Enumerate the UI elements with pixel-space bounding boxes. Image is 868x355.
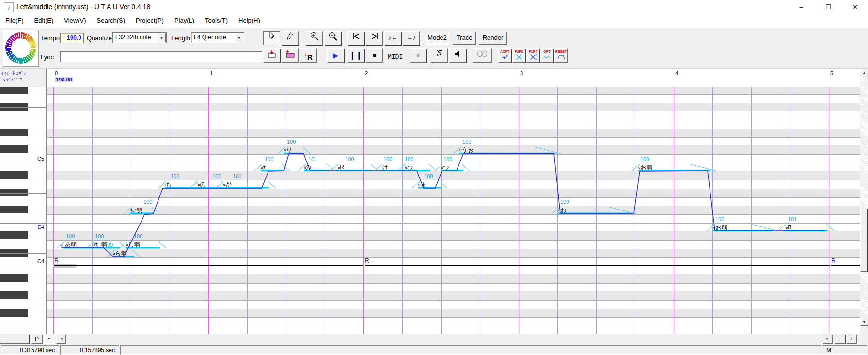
piano-roll-grid[interactable]: RRR-あ弱100aた弱100aら弱99aし弱100iい弱100iも100-eの… [47,87,860,334]
menu-bar: File(F)Edit(E)View(V)Search(S)Project(P)… [0,15,868,28]
length-select[interactable]: L4 Qter note ▼ [191,32,244,43]
note[interactable]: aた [261,163,269,171]
vertical-scrollbar-track[interactable] [860,77,868,318]
chevron-down-icon[interactable]: ▼ [235,33,243,42]
pitch-tool-opt-button[interactable]: OPT [540,48,553,63]
note[interactable]: aり [284,146,292,154]
add-note-button[interactable] [282,48,299,63]
tilde-toggle-button[interactable]: ~ [44,335,55,344]
close-button[interactable]: ✕ [844,0,867,15]
chevron-down-icon[interactable]: ▼ [158,33,166,42]
note-intensity-value: 100 [143,199,152,205]
scroll-up-button[interactable]: ▲ [860,69,868,77]
scroll-down-button[interactable]: ▼ [860,318,868,326]
note-lyric: R [340,164,344,171]
note-intensity-value: 100 [443,156,452,162]
note[interactable]: -あ弱 [63,241,77,248]
scroll-right-button[interactable]: ► [823,335,833,344]
note-lyric: た弱 [95,241,107,248]
note-lyric: の [200,181,205,188]
pencil-icon [286,32,294,40]
key-separator [0,223,47,224]
acpt-curve-icon [501,53,509,61]
render-button[interactable]: Render [479,32,507,45]
note[interactable]: -eR [336,163,344,171]
note-intensity-value: 100 [715,216,724,222]
tempo-marker[interactable]: 190.00 [55,77,73,82]
menu-item-tools[interactable]: Tools(T) [200,15,233,27]
note[interactable]: oお [558,206,567,214]
zoom-in-button[interactable] [306,31,323,45]
note[interactable]: -eつ [404,163,413,171]
note-lyric: た [263,164,268,171]
pause-button[interactable]: ❙❙ [347,48,364,63]
hzoom-out-button[interactable]: - [835,335,845,344]
status-length-sec: 0.315790 sec [1,345,59,355]
black-key-g#5[interactable] [0,87,28,94]
glasses-button[interactable] [473,48,492,63]
note[interactable]: iい弱 [130,206,142,214]
maximize-button[interactable]: ☐ [817,0,839,15]
voicebank-panel[interactable]: ｲｨﾒ ･ﾄ ｺﾎﾞｫ ヽﾔﾞｭﾞﾞ ｴ [0,69,47,87]
note[interactable]: aし弱 [126,241,140,248]
note[interactable]: iの [304,163,311,171]
note-lyric: つ [407,164,413,171]
mode2-toggle-button[interactable]: Mode2 [425,32,450,45]
play-button[interactable]: ▶ [327,48,344,63]
trace-button[interactable]: Trace [453,32,476,45]
pitch-tool-p1p4-button[interactable]: P1P4 [526,48,539,63]
menu-item-project[interactable]: Project(P) [130,15,169,27]
key-separator [0,210,47,210]
insert-note-button[interactable] [263,48,280,63]
menu-item-file[interactable]: File(F) [0,15,29,27]
note[interactable]: -eの [196,180,205,188]
menu-item-view[interactable]: View(V) [59,15,91,27]
menu-item-edit[interactable]: Edit(E) [29,15,59,27]
note-lyric: ま [420,181,426,188]
menu-item-play[interactable]: Play(L) [169,15,200,27]
quantize-select[interactable]: L32 32th note ▼ [112,32,167,43]
add-rest-button[interactable]: +R [300,48,317,63]
key-separator [0,120,47,120]
speaker-button[interactable] [449,48,466,63]
insert-note-icon [267,49,277,59]
pencil-tool-button[interactable] [282,31,299,45]
stop-button[interactable]: ■ [366,48,383,63]
menu-item-help[interactable]: Help(H) [233,15,266,27]
note[interactable]: -eが [222,180,231,188]
note[interactable]: iも [165,180,172,188]
go-to-start-button[interactable] [347,31,364,45]
legato-button[interactable] [431,48,448,63]
prev-note-button[interactable]: ♪← [384,31,401,45]
measure-ruler[interactable]: 012345190.00 [47,69,860,87]
zoom-out-button[interactable] [324,31,341,45]
select-tool-button[interactable] [263,31,280,45]
vertical-scrollbar-thumb[interactable] [860,209,867,272]
note[interactable]: oお弱 [638,163,652,171]
note[interactable]: aら弱 [113,249,127,257]
note[interactable]: uうぉ [459,146,473,154]
note[interactable]: -け [381,163,388,171]
go-to-end-button[interactable] [366,31,383,45]
note[interactable]: aつ [441,163,449,171]
pitch-tool-p2p3-button[interactable]: P2P3 [512,48,525,63]
p-button[interactable]: P [31,335,43,344]
record-button[interactable]: ■ [410,48,426,63]
note[interactable]: uま [418,180,426,188]
note[interactable]: oお弱 [713,224,727,231]
minimize-button[interactable]: – [790,0,812,15]
key-separator [0,236,47,236]
piano-keyboard[interactable]: C5E4C4 [0,87,47,334]
scroll-left-button[interactable]: ◄ [56,335,66,344]
tempo-input[interactable]: 190.0 [60,33,84,43]
note-intensity-value: 100 [405,156,413,162]
next-note-button[interactable]: →♪ [403,31,420,45]
lyric-input[interactable] [60,51,262,62]
note[interactable]: aた弱 [93,241,107,248]
toolbar: Tempo 190.0 Quantize L32 32th note ▼ Len… [0,28,868,69]
pitch-tool-acpt-button[interactable]: ACPT [498,48,511,63]
pitch-tool-reset-button[interactable]: RESET [554,48,568,63]
menu-item-search[interactable]: Search(S) [92,15,131,27]
hzoom-in-button[interactable]: + [846,335,857,344]
note[interactable]: -eR [784,224,792,231]
